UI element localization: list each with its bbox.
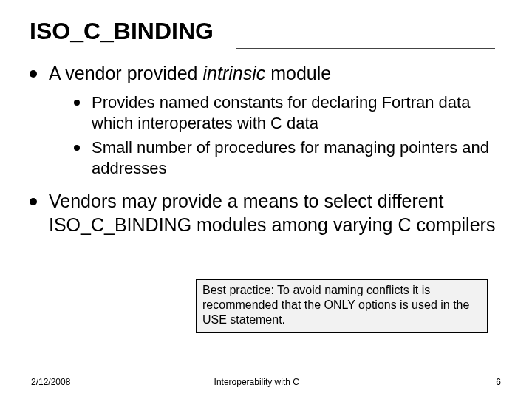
sub-bullet-2-text: Small number of procedures for managing … (92, 137, 502, 178)
footer-page-number: 6 (496, 377, 501, 387)
slide-title: ISO_C_BINDING (30, 18, 502, 45)
bullet-2-text: Vendors may provide a means to select di… (49, 190, 502, 236)
bullet-icon (74, 145, 80, 151)
sub-bullet-2: Small number of procedures for managing … (74, 137, 502, 178)
footer-title: Interoperability with C (214, 377, 299, 387)
sub-bullet-list: Provides named constants for declaring F… (74, 92, 502, 178)
footer-date: 2/12/2008 (31, 377, 70, 387)
bullet-icon (30, 198, 37, 205)
bullet-icon (30, 70, 37, 78)
bullet-1-pre: A vendor provided (49, 63, 202, 83)
bullet-1-em: intrinsic (202, 63, 265, 83)
bullet-1-text: A vendor provided intrinsic module (49, 62, 502, 85)
bullet-icon (74, 100, 80, 106)
bullet-2: Vendors may provide a means to select di… (30, 190, 502, 236)
bullet-1: A vendor provided intrinsic module (30, 62, 502, 85)
title-underline (236, 48, 495, 49)
best-practice-callout: Best practice: To avoid naming conflicts… (196, 279, 488, 332)
sub-bullet-1-text: Provides named constants for declaring F… (92, 92, 502, 133)
bullet-1-post: module (265, 63, 331, 83)
sub-bullet-1: Provides named constants for declaring F… (74, 92, 502, 133)
